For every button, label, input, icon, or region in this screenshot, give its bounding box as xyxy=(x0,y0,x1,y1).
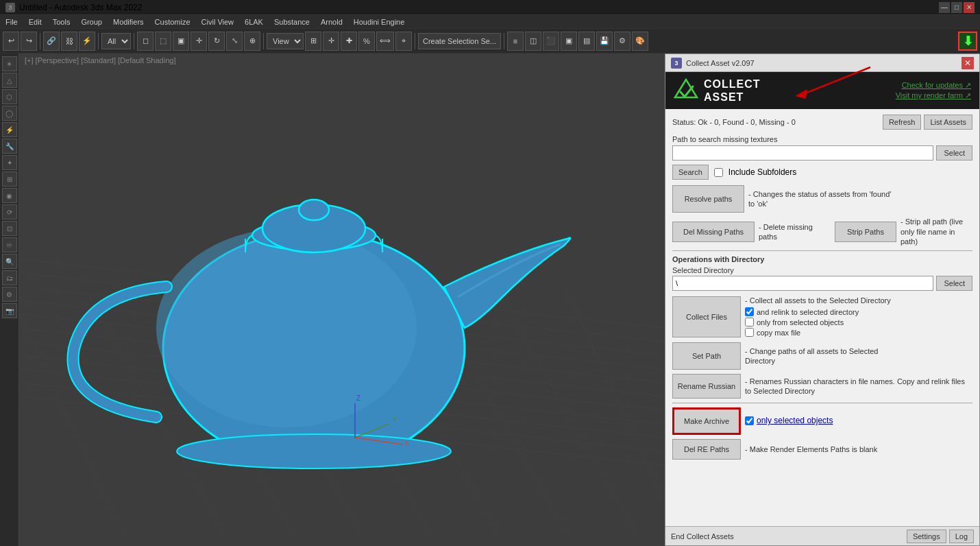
collect-files-button[interactable]: Collect Files xyxy=(672,296,741,337)
lp-icon-15[interactable]: ⚙ xyxy=(2,287,17,302)
menu-file[interactable]: File xyxy=(0,16,23,27)
selected-dir-label: Selected Directory xyxy=(672,266,972,274)
rename-russian-desc: - Renames Russian characters in file nam… xyxy=(745,377,972,396)
render2-btn[interactable]: ▣ xyxy=(561,32,577,51)
scene-btn[interactable]: ◫ xyxy=(525,32,541,51)
select-region-btn[interactable]: ⬚ xyxy=(155,32,171,51)
unlink-button[interactable]: ⛓ xyxy=(61,32,77,51)
end-label: End Collect Assets xyxy=(671,532,734,541)
relink-checkbox[interactable] xyxy=(745,307,754,316)
copy-max-checkbox[interactable] xyxy=(745,328,754,337)
transform-btn[interactable]: ⊕ xyxy=(244,32,260,51)
align-btn[interactable]: ⌖ xyxy=(395,32,412,51)
set-path-button[interactable]: Set Path xyxy=(672,342,741,370)
layer-btn[interactable]: ≡ xyxy=(507,32,524,51)
rename-russian-button[interactable]: Rename Russian xyxy=(672,374,741,399)
make-archive-options: only selected objects xyxy=(745,416,833,427)
del-missing-button[interactable]: Del Missing Paths xyxy=(672,222,755,242)
visit-farm-link[interactable]: Visit my render farm ↗ xyxy=(896,91,971,100)
menu-group[interactable]: Group xyxy=(75,16,108,27)
del-re-button[interactable]: Del RE Paths xyxy=(672,439,741,460)
path-select-button[interactable]: Select xyxy=(936,145,972,161)
menu-civilview[interactable]: Civil View xyxy=(196,16,239,27)
link-button[interactable]: 🔗 xyxy=(43,32,60,51)
redo-button[interactable]: ↪ xyxy=(21,32,37,51)
collect-desc: - Collect all assets to the Selected Dir… xyxy=(745,296,972,305)
lp-icon-12[interactable]: ♾ xyxy=(2,237,17,252)
save-btn[interactable]: 💾 xyxy=(596,32,613,51)
dialog-footer: End Collect Assets Settings Log xyxy=(665,526,979,545)
menu-houdini[interactable]: Houdini Engine xyxy=(348,16,411,27)
filter-select[interactable]: All xyxy=(101,33,131,49)
dir-input[interactable] xyxy=(672,276,933,291)
collect-asset-toolbar-btn[interactable]: ⬇ xyxy=(958,32,977,51)
del-missing-row: Del Missing Paths - Delete missing paths… xyxy=(672,217,972,246)
lp-icon-4[interactable]: ◯ xyxy=(2,106,17,121)
create-selection-btn[interactable]: Create Selection Se... xyxy=(418,33,501,49)
menu-substance[interactable]: Substance xyxy=(269,16,315,27)
settings-tb-btn[interactable]: ⚙ xyxy=(614,32,630,51)
extra-btn[interactable]: 🎨 xyxy=(632,32,648,51)
lp-icon-6[interactable]: 🔧 xyxy=(2,139,17,154)
log-button[interactable]: Log xyxy=(949,530,974,543)
mirror-btn[interactable]: ⟺ xyxy=(376,32,394,51)
lp-icon-13[interactable]: 🔍 xyxy=(2,254,17,269)
undo-button[interactable]: ↩ xyxy=(3,32,19,51)
snap-btn[interactable]: ⊞ xyxy=(305,32,321,51)
dialog-close-button[interactable]: ✕ xyxy=(961,57,974,69)
lp-icon-1[interactable]: ☀ xyxy=(2,56,17,71)
make-archive-cb-row: only selected objects xyxy=(745,416,833,425)
snap2-btn[interactable]: ✛ xyxy=(323,32,339,51)
make-archive-button[interactable]: Make Archive xyxy=(672,407,741,435)
refresh-button[interactable]: Refresh xyxy=(883,115,922,130)
resolve-paths-desc: - Changes the status of assets from 'fou… xyxy=(748,189,972,209)
collect-files-row: Collect Files - Collect all assets to th… xyxy=(672,296,972,338)
svg-text:Y: Y xyxy=(393,416,397,423)
strip-paths-button[interactable]: Strip Paths xyxy=(835,222,896,242)
view-select[interactable]: View xyxy=(267,33,304,49)
render3-btn[interactable]: ▤ xyxy=(578,32,595,51)
rotate-btn[interactable]: ↻ xyxy=(208,32,225,51)
menu-edit[interactable]: Edit xyxy=(23,16,47,27)
select-window-btn[interactable]: ▣ xyxy=(173,32,189,51)
lp-icon-9[interactable]: ◉ xyxy=(2,188,17,203)
resolve-paths-button[interactable]: Resolve paths xyxy=(672,185,744,213)
settings-button[interactable]: Settings xyxy=(907,530,946,543)
selected-objects-checkbox[interactable] xyxy=(745,318,754,327)
menu-tools[interactable]: Tools xyxy=(47,16,76,27)
window-controls[interactable]: — □ ✕ xyxy=(939,2,975,13)
snap3-btn[interactable]: ✚ xyxy=(341,32,357,51)
lp-icon-11[interactable]: ⊡ xyxy=(2,221,17,236)
lp-icon-3[interactable]: ⬡ xyxy=(2,89,17,104)
lp-icon-14[interactable]: 🗂 xyxy=(2,270,17,285)
del-re-desc: - Make Render Elements Paths is blank xyxy=(745,444,972,454)
lp-icon-7[interactable]: ✦ xyxy=(2,155,17,170)
bind-button[interactable]: ⚡ xyxy=(79,32,95,51)
check-updates-link[interactable]: Check for updates ↗ xyxy=(902,81,971,90)
close-button[interactable]: ✕ xyxy=(964,2,975,13)
list-assets-button[interactable]: List Assets xyxy=(924,115,972,130)
lp-icon-5[interactable]: ⚡ xyxy=(2,122,17,137)
path-input[interactable] xyxy=(672,145,933,161)
maximize-button[interactable]: □ xyxy=(951,2,962,13)
svg-point-28 xyxy=(177,434,451,468)
make-archive-checkbox[interactable] xyxy=(745,416,754,425)
select-object-btn[interactable]: ◻ xyxy=(137,32,154,51)
move-btn[interactable]: ✛ xyxy=(191,32,207,51)
ops-dir-title: Operations with Directory xyxy=(672,255,972,263)
menu-modifiers[interactable]: Modifiers xyxy=(108,16,149,27)
menu-6lak[interactable]: 6LAK xyxy=(239,16,269,27)
lp-icon-16[interactable]: 📷 xyxy=(2,303,17,318)
lp-icon-10[interactable]: ⟳ xyxy=(2,204,17,219)
dir-select-button[interactable]: Select xyxy=(936,276,972,291)
include-subfolders-checkbox[interactable] xyxy=(714,168,723,177)
scale-btn[interactable]: ⤡ xyxy=(226,32,243,51)
menu-arnold[interactable]: Arnold xyxy=(315,16,348,27)
lp-icon-8[interactable]: ⊞ xyxy=(2,171,17,187)
lp-icon-2[interactable]: △ xyxy=(2,73,17,88)
render-btn[interactable]: ⬛ xyxy=(543,32,559,51)
menu-customize[interactable]: Customize xyxy=(149,16,196,27)
minimize-button[interactable]: — xyxy=(939,2,950,13)
percent-btn[interactable]: % xyxy=(358,32,375,51)
search-button[interactable]: Search xyxy=(672,165,709,180)
